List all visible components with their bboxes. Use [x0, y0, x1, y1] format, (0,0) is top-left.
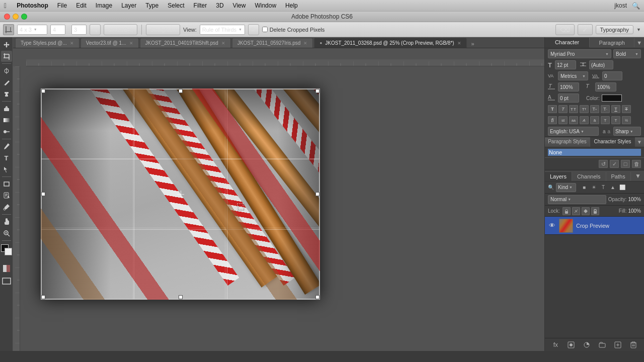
workspace-label[interactable]: Typography: [596, 25, 633, 34]
menu-view[interactable]: View: [229, 2, 250, 10]
layer-name[interactable]: Crop Preview: [576, 223, 641, 229]
minimize-button[interactable]: [13, 14, 19, 20]
lock-position[interactable]: [582, 207, 590, 215]
crop-tool[interactable]: [1, 51, 12, 62]
num-superscript-button[interactable]: T: [601, 116, 610, 124]
filter-shape-icon[interactable]: ▲: [609, 184, 617, 192]
strikethrough-button[interactable]: T: [622, 105, 631, 113]
all-caps-button[interactable]: TT: [569, 105, 578, 113]
group-layers-button[interactable]: [598, 341, 607, 349]
handle-mid-left[interactable]: [41, 192, 45, 196]
superscript-button[interactable]: T+: [590, 105, 599, 113]
language-dropdown[interactable]: English: USA ▼: [548, 127, 599, 136]
crop-height-input[interactable]: 3: [71, 25, 87, 35]
cancel-crop-button[interactable]: ⌫: [555, 24, 575, 35]
type-tool[interactable]: T: [1, 152, 12, 163]
font-style-dropdown[interactable]: Bold ▼: [613, 49, 641, 58]
styles-collapse-button[interactable]: ▼: [635, 139, 644, 145]
none-style-item[interactable]: None: [548, 149, 641, 156]
discretionary-ligature-button[interactable]: aa: [569, 116, 578, 124]
fraction-button[interactable]: ½: [622, 116, 631, 124]
tab-channels[interactable]: Channels: [572, 172, 606, 181]
crop-width-input[interactable]: 4: [50, 25, 65, 35]
pen-tool[interactable]: [1, 141, 12, 152]
lock-image-pixels[interactable]: [572, 207, 580, 215]
underline-button[interactable]: T: [611, 105, 620, 113]
scale-h-input[interactable]: 100%: [558, 82, 579, 92]
close-icon[interactable]: ✕: [457, 41, 461, 46]
faux-italic-button[interactable]: T: [558, 105, 568, 113]
menu-photoshop[interactable]: Photoshop: [13, 2, 52, 10]
layer-visibility-toggle[interactable]: 👁: [548, 222, 556, 230]
note-tool[interactable]: [1, 190, 12, 201]
filter-smartobject-icon[interactable]: ⬜: [618, 184, 626, 192]
color-swatch[interactable]: [602, 95, 622, 102]
tab-iris[interactable]: JKOST_2011_05927Iris.psd ✕: [232, 38, 313, 48]
new-style-button[interactable]: □: [621, 160, 630, 168]
menu-help[interactable]: Help: [281, 2, 302, 10]
quick-mask-btn[interactable]: [2, 264, 11, 274]
tab-character[interactable]: Character: [545, 38, 590, 48]
tab-tiltshift[interactable]: JKOST_2011_04019TiltShift.psd ✕: [140, 38, 231, 48]
path-selection-tool[interactable]: [1, 164, 12, 175]
zoom-tool[interactable]: [1, 228, 12, 239]
delete-cropped-check[interactable]: [262, 27, 268, 32]
tab-overflow-button[interactable]: »: [469, 40, 477, 48]
workspace-chevron[interactable]: ▼: [636, 27, 641, 32]
handle-bottom-mid[interactable]: [179, 295, 183, 299]
lock-all[interactable]: [591, 207, 599, 215]
tracking-input[interactable]: 0: [602, 71, 622, 80]
layer-crop-preview[interactable]: 👁 Crop Preview: [545, 217, 644, 235]
confirm-style-button[interactable]: ✓: [610, 160, 619, 168]
tab-vector23[interactable]: Vector23.tif @ 1... ✕: [80, 38, 139, 48]
blend-mode-dropdown[interactable]: Normal ▼: [548, 195, 606, 204]
handle-top-right[interactable]: [315, 89, 319, 93]
view-dropdown[interactable]: Rule of Thirds ▼: [200, 25, 245, 35]
handle-bottom-right[interactable]: [315, 295, 319, 299]
font-name-dropdown[interactable]: Myriad Pro ▼: [548, 49, 611, 58]
tab-paths[interactable]: Paths: [606, 172, 631, 181]
canvas-area[interactable]: Type Styles.psd @... ✕ Vector23.tif @ 1.…: [13, 37, 544, 351]
move-tool[interactable]: [1, 39, 12, 50]
adjustment-layer-button[interactable]: [582, 341, 591, 349]
layer-effects-button[interactable]: fx: [551, 341, 560, 349]
hand-tool[interactable]: [1, 216, 12, 227]
lock-transparent-pixels[interactable]: [562, 207, 571, 215]
healing-brush-tool[interactable]: [1, 65, 12, 76]
close-icon[interactable]: ✕: [70, 41, 74, 46]
font-size-input[interactable]: 12 pt: [555, 60, 576, 69]
delete-cropped-checkbox[interactable]: Delete Cropped Pixels: [262, 27, 325, 33]
clear-button[interactable]: &#x21BA;: [104, 24, 137, 35]
num-subscript-button[interactable]: T: [611, 116, 620, 124]
close-button[interactable]: [4, 14, 10, 20]
layer-mask-button[interactable]: [567, 341, 576, 349]
crop-ratio-dropdown[interactable]: 4 x 3 ▼: [17, 25, 47, 35]
menu-search-icon[interactable]: 🔍: [632, 2, 640, 10]
filter-pixel-icon[interactable]: ■: [580, 184, 588, 192]
stamp-tool[interactable]: [1, 88, 12, 100]
tab-layers[interactable]: Layers: [545, 172, 572, 181]
rectangle-tool[interactable]: [1, 178, 12, 190]
maximize-button[interactable]: [21, 14, 27, 20]
delete-layer-button[interactable]: [629, 341, 638, 349]
small-caps-button[interactable]: TT: [580, 105, 589, 113]
leading-input[interactable]: (Auto): [589, 60, 613, 69]
filter-kind-dropdown[interactable]: Kind ▼: [556, 183, 576, 192]
panel-collapse-button[interactable]: ▼: [634, 40, 644, 46]
screen-mode-btn[interactable]: [2, 278, 11, 286]
fi-ligature-button[interactable]: fi: [548, 116, 557, 124]
tab-paragraph[interactable]: Paragraph: [590, 38, 634, 47]
menu-file[interactable]: File: [53, 2, 71, 10]
undo-style-button[interactable]: ↺: [599, 160, 608, 168]
menu-3d[interactable]: 3D: [212, 2, 227, 10]
settings-button[interactable]: ⚙: [248, 24, 259, 35]
filter-adjustment-icon[interactable]: ☀: [590, 184, 598, 192]
apple-menu[interactable]: : [4, 2, 7, 10]
tab-03268[interactable]: ● JKOST_2011_03268.psd @ 25% (Crop Previ…: [314, 38, 466, 48]
filter-type-icon[interactable]: T: [599, 184, 607, 192]
tab-paragraph-styles[interactable]: Paragraph Styles: [545, 137, 590, 147]
handle-top-left[interactable]: [41, 89, 45, 93]
subscript-button[interactable]: T-: [601, 105, 610, 113]
straighten-button[interactable]: Straighten: [146, 24, 180, 35]
handle-mid-right[interactable]: [315, 192, 319, 196]
